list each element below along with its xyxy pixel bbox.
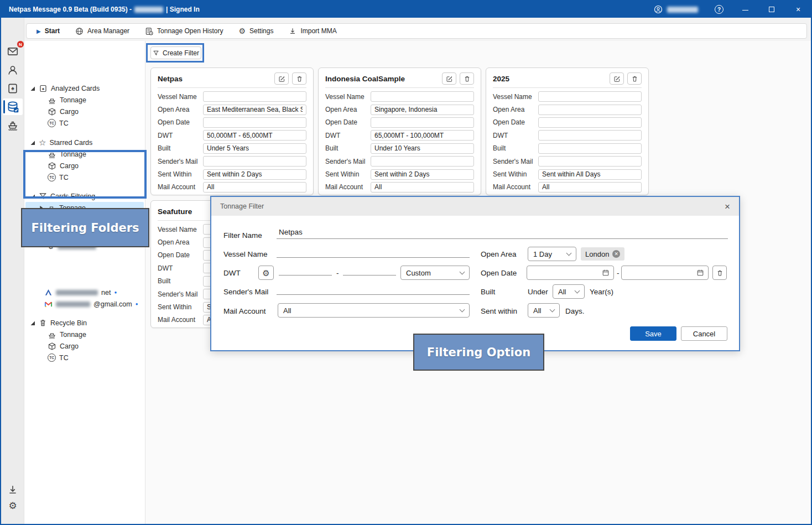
- rail-analyzed-cards-button[interactable]: ♠: [3, 80, 23, 97]
- calendar-icon[interactable]: [696, 269, 704, 277]
- expanded-arrow-icon[interactable]: [30, 194, 35, 199]
- mail-account-select[interactable]: All: [278, 303, 470, 318]
- built-value[interactable]: [371, 143, 474, 154]
- built-prefix: Under: [528, 288, 548, 296]
- cancel-button[interactable]: Cancel: [681, 326, 727, 341]
- open-date-to-input[interactable]: [621, 266, 709, 280]
- built-value[interactable]: [538, 143, 642, 154]
- save-button[interactable]: Save: [630, 326, 676, 341]
- expanded-arrow-icon[interactable]: [30, 320, 35, 326]
- gmail-icon: [44, 300, 53, 308]
- help-button[interactable]: ?: [715, 5, 723, 14]
- account-menu[interactable]: [654, 5, 698, 14]
- rail-mail-button[interactable]: N: [3, 43, 23, 60]
- sent-within-value[interactable]: [203, 169, 306, 180]
- tree-item-analyzed-tc[interactable]: TC TC: [24, 117, 145, 129]
- tree-label: Cargo: [60, 108, 79, 116]
- built-value[interactable]: [203, 143, 306, 154]
- toolbar-settings-label: Settings: [249, 27, 273, 35]
- tree-item-recycle-tc[interactable]: TC TC: [24, 352, 145, 363]
- minimize-button[interactable]: [740, 5, 750, 14]
- sent-within-value[interactable]: [371, 169, 474, 180]
- delete-card-button[interactable]: [460, 72, 474, 85]
- vessel-name-value[interactable]: [538, 91, 642, 102]
- tree-item-recycle-cargo[interactable]: Cargo: [24, 340, 145, 352]
- dwt-from-input[interactable]: [279, 262, 332, 276]
- dwt-value[interactable]: [538, 130, 642, 141]
- rail-import-button[interactable]: [3, 481, 23, 498]
- rail-contacts-button[interactable]: [3, 62, 23, 79]
- open-area-value[interactable]: [538, 105, 642, 115]
- sent-within-select[interactable]: All: [528, 303, 560, 318]
- mail-account-value[interactable]: [203, 182, 306, 193]
- delete-card-button[interactable]: [627, 72, 642, 85]
- tree-group-starred-cards[interactable]: ☆ Starred Cards: [24, 137, 145, 148]
- close-button[interactable]: ×: [793, 5, 803, 14]
- clear-open-date-button[interactable]: [712, 266, 727, 280]
- senders-mail-value[interactable]: [371, 156, 474, 167]
- edit-card-button[interactable]: [610, 72, 624, 85]
- tree-item-mail-account-1[interactable]: net ●: [24, 287, 145, 298]
- tree-item-analyzed-cargo[interactable]: Cargo: [24, 106, 145, 117]
- mail-account-value[interactable]: [538, 182, 642, 193]
- remove-tag-icon[interactable]: ✕: [612, 250, 620, 258]
- rail-ship-button[interactable]: [3, 117, 23, 133]
- tree-item-analyzed-tonnage[interactable]: Tonnage: [24, 94, 145, 106]
- toolbar-start-button[interactable]: ▶ Start: [37, 27, 60, 35]
- dwt-value[interactable]: [371, 130, 474, 141]
- open-area-value[interactable]: [203, 105, 306, 115]
- vessel-name-value[interactable]: [203, 91, 306, 102]
- filter-name-input[interactable]: [277, 226, 728, 239]
- rail-settings-button[interactable]: ⚙: [3, 497, 23, 514]
- tree-group-analyzed-cards[interactable]: ♠ Analyzed Cards: [24, 82, 145, 94]
- filter-card-indonesia-coalsample: Indonesia CoalSample Vessel Name Open Ar…: [318, 67, 481, 195]
- dialog-title-bar[interactable]: Tonnage Filter ×: [211, 197, 739, 216]
- dwt-to-input[interactable]: [343, 262, 396, 276]
- field-label: Open Date: [325, 118, 371, 126]
- open-area-select[interactable]: 1 Day: [528, 247, 576, 261]
- tree-item-recycle-tonnage[interactable]: Tonnage: [24, 329, 145, 340]
- tree-group-recycle-bin[interactable]: Recycle Bin: [24, 317, 145, 329]
- edit-card-button[interactable]: [274, 72, 289, 85]
- rail-cards-database-button[interactable]: [3, 98, 23, 115]
- open-date-from-input[interactable]: [527, 266, 614, 280]
- expanded-arrow-icon[interactable]: [30, 86, 35, 91]
- tree-group-cards-filtering[interactable]: Cards Filtering: [24, 190, 145, 202]
- open-date-value[interactable]: [203, 117, 306, 128]
- toolbar-import-mma-button[interactable]: Import MMA: [289, 27, 336, 35]
- toolbar-history-button[interactable]: Tonnage Open History: [145, 27, 223, 35]
- expanded-arrow-icon[interactable]: [30, 140, 35, 145]
- open-date-value[interactable]: [538, 117, 642, 128]
- vessel-name-input[interactable]: [277, 245, 470, 258]
- tree-item-starred-tonnage[interactable]: Tonnage: [24, 148, 145, 160]
- dwt-value[interactable]: [203, 130, 306, 141]
- open-area-tag-london[interactable]: London ✕: [581, 247, 624, 261]
- tree-item-mail-account-2[interactable]: @gmail.com ●: [24, 298, 145, 310]
- dwt-settings-button[interactable]: ⚙: [258, 266, 274, 280]
- senders-mail-label: Sender's Mail: [223, 288, 268, 296]
- senders-mail-value[interactable]: [538, 156, 642, 167]
- toolbar-area-manager-button[interactable]: Area Manager: [75, 27, 129, 35]
- senders-mail-input[interactable]: [277, 282, 470, 295]
- maximize-button[interactable]: [767, 5, 777, 14]
- create-filter-button[interactable]: Create Filter: [150, 46, 201, 59]
- senders-mail-value[interactable]: [203, 156, 306, 167]
- edit-card-button[interactable]: [442, 72, 456, 85]
- field-label: Built: [158, 277, 203, 285]
- calendar-icon[interactable]: [602, 269, 610, 277]
- open-date-value[interactable]: [371, 117, 474, 128]
- toolbar-settings-button[interactable]: ⚙ Settings: [239, 27, 274, 35]
- open-area-value[interactable]: [371, 105, 474, 115]
- built-select[interactable]: All: [553, 284, 585, 299]
- vessel-name-value[interactable]: [371, 91, 474, 102]
- window-title: Netpas Message 0.9 Beta (Build 0935) - |…: [9, 6, 200, 13]
- sent-within-value[interactable]: [538, 169, 642, 180]
- tree-item-starred-tc[interactable]: TC TC: [24, 171, 145, 183]
- open-date-dash: -: [617, 269, 620, 277]
- tree-item-starred-cargo[interactable]: Cargo: [24, 160, 145, 171]
- star-icon: ☆: [39, 138, 46, 147]
- dwt-mode-select[interactable]: Custom: [400, 266, 470, 280]
- delete-card-button[interactable]: [292, 72, 306, 85]
- dialog-close-button[interactable]: ×: [725, 202, 730, 211]
- mail-account-value[interactable]: [371, 182, 474, 193]
